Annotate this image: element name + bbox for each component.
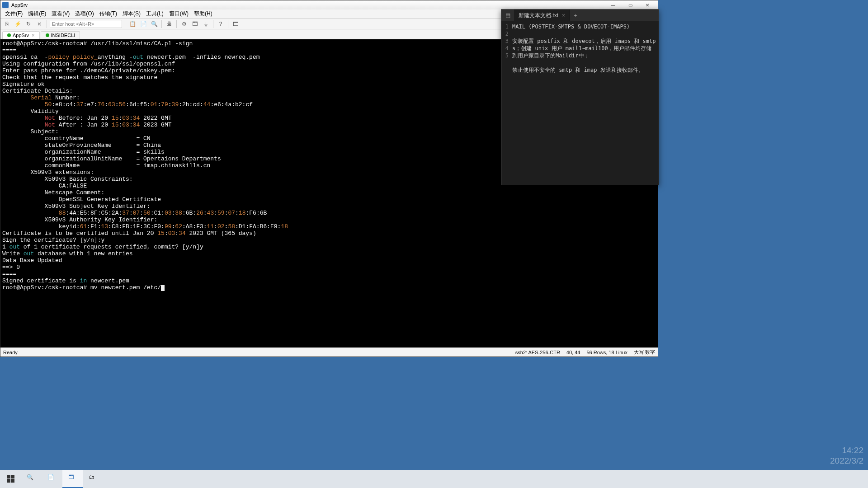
- tab-label: AppSrv: [13, 33, 29, 38]
- editor-body: 12345 MAIL (POSTFIX-SMTPS & DOVECOT-IMAP…: [501, 21, 659, 185]
- menu-file[interactable]: 文件(F): [2, 9, 25, 19]
- find-icon[interactable]: 🔍: [150, 19, 159, 28]
- print-icon[interactable]: 🖶: [165, 19, 174, 28]
- host-input[interactable]: [50, 20, 122, 28]
- maximize-button[interactable]: ▭: [622, 1, 639, 9]
- menu-window[interactable]: 窗口(W): [166, 9, 191, 19]
- toolbar-sep: [213, 20, 213, 28]
- connect-icon[interactable]: ⎘: [2, 19, 11, 28]
- status-size: 56 Rows, 18 Linux: [586, 350, 627, 355]
- status-protocol: ssh2: AES-256-CTR: [515, 350, 560, 355]
- desktop-clock: 14:22 2022/3/2: [830, 446, 863, 466]
- editor-tabbar: ▤ 新建文本文档.txt × ＋: [501, 9, 659, 21]
- settings-icon[interactable]: ⚙: [179, 19, 189, 28]
- toolbar-sep: [47, 20, 47, 28]
- menu-edit[interactable]: 编辑(E): [25, 9, 49, 19]
- taskbar-app-vmware-icon[interactable]: 🗔: [62, 470, 83, 488]
- menu-script[interactable]: 脚本(S): [120, 9, 143, 19]
- toolbar-sep: [176, 20, 177, 28]
- session-icon[interactable]: 🗔: [190, 19, 199, 28]
- windows-logo-icon: [7, 475, 14, 483]
- editor-gutter: 12345: [501, 21, 510, 185]
- editor-filename: 新建文本文档.txt: [519, 12, 558, 19]
- taskbar: 🔍 📄 🗔 🗂: [0, 470, 868, 488]
- disconnect-icon[interactable]: ⤫: [35, 19, 44, 28]
- close-button[interactable]: ✕: [639, 1, 656, 9]
- toolbar-sep: [228, 20, 228, 28]
- menu-tools[interactable]: 工具(L): [143, 9, 166, 19]
- toolbar-sep: [161, 20, 162, 28]
- editor-content[interactable]: MAIL (POSTFIX-SMTPS & DOVECOT-IMAPS) 安装配…: [510, 21, 659, 185]
- editor-new-tab-icon[interactable]: ＋: [570, 12, 581, 19]
- log-icon[interactable]: ⏚: [201, 19, 210, 28]
- quick-connect-icon[interactable]: ⚡: [13, 19, 22, 28]
- tab-insidecli[interactable]: INSIDECLI: [41, 31, 80, 39]
- status-dot-icon: [7, 33, 11, 37]
- taskbar-app-notepad-icon[interactable]: 📄: [42, 470, 62, 488]
- menu-help[interactable]: 帮助(H): [191, 9, 215, 19]
- paste-icon[interactable]: 📄: [139, 19, 148, 28]
- app-title: AppSrv: [11, 2, 28, 8]
- taskbar-search-icon[interactable]: 🔍: [21, 470, 42, 488]
- clock-time: 14:22: [830, 446, 863, 456]
- editor-menu-icon[interactable]: ▤: [501, 12, 514, 19]
- editor-tab[interactable]: 新建文本文档.txt ×: [514, 9, 570, 21]
- clock-date: 2022/3/2: [830, 456, 863, 466]
- reconnect-icon[interactable]: ↻: [24, 19, 33, 28]
- tab-close-icon[interactable]: ×: [32, 33, 34, 38]
- tab-label: INSIDECLI: [51, 33, 75, 38]
- status-ready: Ready: [3, 350, 18, 355]
- text-editor-window: ▤ 新建文本文档.txt × ＋ 12345 MAIL (POSTFIX-SMT…: [501, 9, 659, 185]
- tab-appsrv[interactable]: AppSrv ×: [2, 31, 40, 39]
- menu-view[interactable]: 查看(V): [49, 9, 72, 19]
- menu-options[interactable]: 选项(O): [72, 9, 96, 19]
- help-icon[interactable]: ?: [216, 19, 225, 28]
- taskbar-app-explorer-icon[interactable]: 🗂: [83, 470, 104, 488]
- titlebar[interactable]: AppSrv — ▭ ✕: [0, 0, 658, 9]
- editor-tab-close-icon[interactable]: ×: [562, 12, 565, 19]
- status-cursor: 40, 44: [566, 350, 580, 355]
- status-caps: 大写 数字: [634, 349, 655, 356]
- minimize-button[interactable]: —: [604, 1, 622, 9]
- toolbar-sep: [125, 20, 125, 28]
- menu-transfer[interactable]: 传输(T): [97, 9, 120, 19]
- xfer-icon[interactable]: 🗖: [231, 19, 240, 28]
- copy-icon[interactable]: 📋: [128, 19, 137, 28]
- app-icon: [2, 2, 9, 8]
- status-dot-icon: [46, 33, 49, 37]
- start-button[interactable]: [0, 470, 21, 488]
- statusbar: Ready ssh2: AES-256-CTR 40, 44 56 Rows, …: [0, 347, 658, 357]
